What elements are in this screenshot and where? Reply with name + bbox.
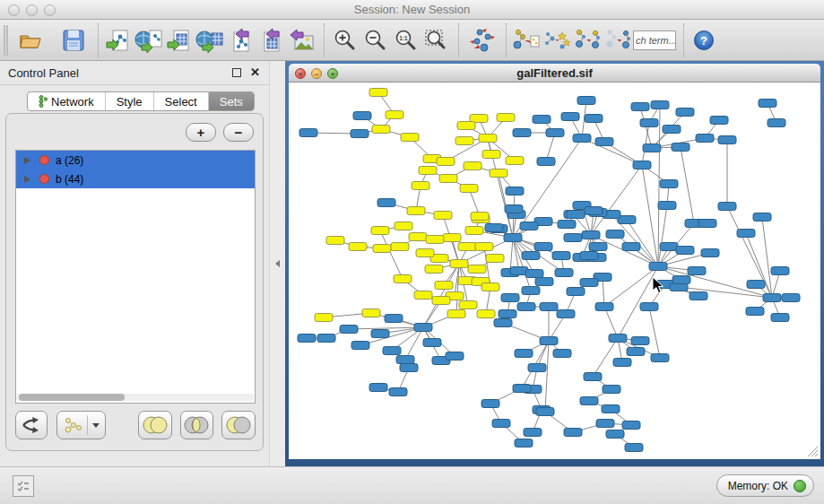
apply-layout-button[interactable] <box>467 23 498 57</box>
network-graph[interactable] <box>289 83 820 459</box>
select-first-neighbors-button[interactable] <box>542 23 572 57</box>
graph-node <box>506 157 524 165</box>
import-network-icon <box>105 27 132 54</box>
open-session-button[interactable] <box>15 23 46 57</box>
graph-node <box>613 359 631 367</box>
graph-node <box>553 350 571 358</box>
network-window[interactable]: × − + galFiltered.sif <box>289 64 820 459</box>
new-network-from-selection-icon <box>512 27 541 54</box>
graph-node <box>771 314 789 322</box>
venn-union-icon <box>142 415 169 435</box>
graph-node <box>564 234 582 242</box>
zoom-in-button[interactable] <box>329 23 360 57</box>
graph-node <box>596 420 614 428</box>
graph-node <box>317 335 335 343</box>
set-row-b[interactable]: b (44) <box>16 169 255 188</box>
graph-node <box>373 245 391 253</box>
scrollbar-thumb[interactable] <box>19 394 125 401</box>
graph-node <box>582 231 600 239</box>
graph-node <box>759 100 776 108</box>
graph-node <box>407 207 425 215</box>
control-panel: Control Panel ✕ Network Style <box>0 61 269 466</box>
main-toolbar: 1:1 <box>0 20 824 61</box>
dropdown-arrow-icon[interactable] <box>92 423 100 428</box>
graph-node <box>506 187 524 196</box>
import-network-web-button[interactable] <box>134 23 164 57</box>
first-neighbors-icon <box>542 27 571 54</box>
task-history-button[interactable] <box>13 475 34 497</box>
graph-node <box>450 260 468 268</box>
graph-node <box>567 288 585 296</box>
zoom-out-button[interactable] <box>360 23 390 57</box>
graph-node <box>672 276 690 284</box>
add-set-button[interactable]: + <box>186 123 216 142</box>
graph-node <box>609 335 627 343</box>
difference-sets-button[interactable] <box>221 411 256 439</box>
graph-node <box>663 126 681 134</box>
memory-ok-icon <box>794 480 806 492</box>
expander-icon[interactable] <box>24 176 30 183</box>
graph-node <box>479 135 497 143</box>
union-sets-button[interactable] <box>138 411 172 439</box>
hide-selected-button[interactable] <box>572 23 603 57</box>
tab-sets[interactable]: Sets <box>209 92 254 110</box>
network-canvas[interactable] <box>289 83 820 459</box>
horizontal-scrollbar[interactable] <box>17 394 254 401</box>
venn-difference-icon <box>225 415 252 435</box>
tab-style[interactable]: Style <box>106 92 154 110</box>
show-all-button[interactable] <box>603 23 633 57</box>
export-set-button[interactable] <box>15 411 48 439</box>
collapse-panel-icon[interactable] <box>275 260 280 267</box>
set-row-a[interactable]: a (26) <box>16 151 255 169</box>
graph-node <box>446 352 464 361</box>
graph-node <box>443 234 461 242</box>
network-set-icon <box>63 416 82 434</box>
close-panel-icon[interactable]: ✕ <box>250 65 260 79</box>
memory-status-button[interactable]: Memory: OK <box>716 474 814 497</box>
remove-set-button[interactable]: − <box>223 123 254 142</box>
zoom-fit-button[interactable]: 1:1 <box>390 23 421 57</box>
expander-icon[interactable] <box>24 157 30 164</box>
network-window-titlebar[interactable]: × − + galFiltered.sif <box>289 64 820 83</box>
window-title: Session: New Session <box>0 3 824 16</box>
resize-grip-icon[interactable] <box>804 443 819 457</box>
create-set-from-network-button[interactable] <box>56 411 106 439</box>
graph-node <box>690 292 707 300</box>
float-panel-icon[interactable] <box>232 68 241 77</box>
intersect-sets-button[interactable] <box>180 411 214 439</box>
save-session-button[interactable] <box>58 23 89 57</box>
graph-node <box>672 143 690 152</box>
memory-status-label: Memory: OK <box>728 480 788 492</box>
import-table-web-button[interactable] <box>195 23 225 57</box>
panel-splitter[interactable] <box>269 61 285 466</box>
toolbar-drag-handle[interactable] <box>4 25 8 56</box>
import-network-file-button[interactable] <box>103 23 134 57</box>
graph-node <box>482 151 500 159</box>
zoom-selected-button[interactable] <box>421 23 451 57</box>
export-table-button[interactable] <box>256 23 286 57</box>
export-network-button[interactable] <box>225 23 256 57</box>
graph-node <box>486 255 504 263</box>
graph-node <box>651 354 669 362</box>
graph-node <box>525 270 543 278</box>
zoom-in-icon <box>332 28 357 53</box>
graph-node <box>561 113 579 121</box>
tab-select[interactable]: Select <box>154 92 209 110</box>
graph-node <box>458 243 476 251</box>
graph-node <box>701 249 719 257</box>
network-window-title: galFiltered.sif <box>289 66 820 80</box>
graph-node <box>497 114 515 122</box>
graph-node <box>585 115 603 123</box>
export-image-button[interactable] <box>286 23 317 57</box>
graph-node <box>499 310 516 318</box>
search-input[interactable]: ch term... <box>633 30 676 50</box>
graph-node <box>299 129 317 137</box>
help-button[interactable]: ? <box>694 30 714 50</box>
tab-network[interactable]: Network <box>28 92 106 110</box>
graph-node <box>573 135 591 143</box>
graph-node <box>340 326 358 334</box>
new-network-from-selection-button[interactable] <box>511 23 542 57</box>
app-titlebar[interactable]: Session: New Session <box>0 0 824 20</box>
import-table-file-button[interactable] <box>164 23 195 57</box>
apply-layout-icon <box>468 26 497 55</box>
